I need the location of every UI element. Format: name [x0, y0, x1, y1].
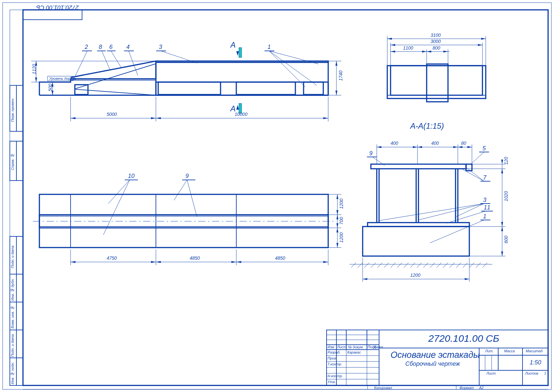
balloon-2: 2 [85, 44, 88, 51]
tb-drawing-number: 2720.101.00 СБ [428, 333, 499, 344]
tb-scale-lbl: Масштаб [526, 349, 543, 353]
svg-line-148 [417, 263, 422, 268]
svg-marker-126 [443, 51, 448, 53]
road-level-note: Уровень дороги [49, 76, 76, 80]
svg-rect-127 [371, 164, 466, 169]
dim-sec-a: 400 [391, 141, 398, 146]
svg-line-163 [463, 169, 484, 181]
svg-marker-46 [236, 105, 239, 110]
balloon-9-plan: 9 [185, 173, 189, 180]
svg-line-156 [469, 263, 474, 268]
svg-marker-93 [336, 228, 338, 232]
tb-sheet-lbl: Лист [486, 371, 496, 375]
tb-hdr-list: Лист [337, 345, 346, 349]
dim-side-h2: 500 [48, 84, 53, 91]
svg-marker-199 [465, 278, 469, 280]
svg-marker-103 [231, 261, 236, 263]
svg-line-152 [443, 263, 448, 268]
tb-hdr-doc: № докум. [348, 345, 364, 349]
svg-line-31 [102, 51, 110, 70]
section-title: А-А(1:15) [410, 121, 444, 131]
svg-rect-2 [23, 10, 82, 20]
drawing-number-flipped: 2720.101.00 СБ [36, 4, 79, 11]
svg-line-164 [466, 167, 484, 181]
svg-line-82 [187, 180, 197, 217]
tb-mass: Масса [504, 349, 515, 353]
svg-marker-101 [151, 261, 156, 263]
balloon-8: 8 [99, 44, 102, 51]
dim-sec-b: 400 [431, 141, 439, 146]
svg-marker-61 [156, 117, 161, 119]
balloon-9-sec: 9 [369, 150, 373, 157]
svg-line-81 [174, 180, 187, 200]
tb-hdr-izm: Изм [328, 345, 334, 349]
svg-line-150 [430, 263, 435, 268]
dim-top-l3: 4850 [275, 255, 285, 261]
dim-sec-h: 1020 [503, 191, 509, 201]
svg-marker-184 [467, 146, 472, 148]
tb-role-1: Пров. [328, 356, 337, 360]
svg-marker-90 [336, 210, 338, 215]
dim-end-off: 1100 [403, 45, 413, 51]
sidecell-5: Подп. и дата [11, 334, 14, 357]
tb-lit: Лит. [485, 349, 494, 353]
dim-top-wmid: 700 [339, 217, 344, 225]
svg-marker-193 [501, 227, 503, 231]
sidecell-2: Подп. и дата [11, 246, 14, 268]
svg-marker-192 [501, 222, 503, 227]
dim-sec-footh: 600 [503, 236, 509, 243]
svg-marker-190 [501, 160, 503, 164]
svg-line-32 [111, 51, 121, 68]
drawing-sheet: 2720.101.00 СБ Уровень дороги 1120 500 1… [0, 0, 554, 392]
sidecell-6: Инв. № подп. [11, 362, 14, 384]
dim-side-h3: 1740 [338, 71, 343, 81]
tb-copy: Копировал [374, 386, 392, 390]
svg-line-172 [430, 220, 484, 243]
svg-marker-180 [413, 146, 417, 148]
dim-end-inner: 3000 [431, 39, 441, 44]
dim-top-w2: 1200 [339, 232, 344, 243]
svg-line-147 [410, 263, 415, 268]
svg-line-138 [351, 263, 356, 268]
svg-line-37 [269, 51, 317, 85]
svg-marker-121 [391, 44, 395, 46]
svg-line-155 [463, 263, 468, 268]
svg-line-166 [418, 204, 484, 220]
tb-subtitle: Сборочный чертеж [405, 360, 460, 367]
tb-format-lbl: Формат [459, 386, 474, 390]
tb-author: Каракас [347, 350, 361, 354]
balloon-11: 11 [484, 204, 490, 211]
balloon-1-sec: 1 [483, 213, 486, 220]
balloon-10: 10 [128, 173, 135, 180]
section-mark-a-bottom: А [230, 104, 236, 113]
svg-marker-62 [323, 117, 328, 119]
tb-sheets-lbl: Листов [525, 371, 538, 375]
tb-role-5: Утв. [328, 380, 336, 384]
svg-line-143 [384, 263, 389, 268]
svg-marker-94 [336, 243, 338, 248]
sidecell-4: Взам. инв. № [11, 306, 14, 328]
svg-marker-194 [501, 251, 503, 256]
svg-line-151 [437, 263, 441, 268]
svg-line-141 [371, 263, 376, 268]
svg-line-144 [391, 263, 395, 268]
svg-rect-107 [391, 66, 482, 95]
svg-rect-136 [363, 227, 469, 256]
svg-marker-59 [71, 117, 75, 119]
svg-marker-125 [427, 51, 431, 53]
svg-marker-102 [156, 261, 161, 263]
dim-sec-t: 120 [503, 157, 509, 164]
tb-hdr-date: Дата [373, 345, 383, 349]
svg-rect-24 [158, 82, 221, 95]
svg-line-146 [404, 263, 409, 268]
section-mark-a-top: А [230, 40, 236, 50]
dim-end-gap: 800 [433, 45, 440, 51]
svg-line-158 [482, 263, 487, 268]
dim-side-l2: 10000 [235, 112, 247, 117]
svg-marker-64 [35, 77, 37, 82]
sidecell-1: Справ. № [11, 154, 14, 170]
dim-sec-footw: 1200 [410, 272, 420, 278]
dim-side-h1: 1120 [32, 64, 37, 74]
tb-role-4: Н.контр. [328, 374, 343, 378]
svg-rect-25 [236, 82, 295, 95]
